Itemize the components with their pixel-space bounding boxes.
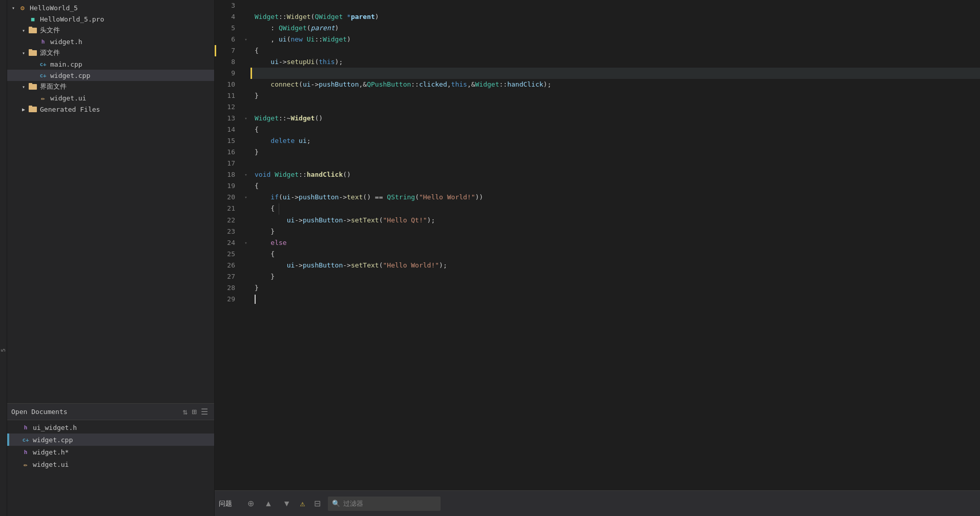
editor-area: 3 4 Widget::Widget(QWidget *parent) 5 (215, 0, 980, 516)
code-line-27: 27 } (215, 271, 980, 282)
tree-icon-sources (28, 49, 38, 57)
code-line-4: 4 Widget::Widget(QWidget *parent) (215, 11, 980, 23)
code-line-3: 3 (215, 0, 980, 11)
tree-icon-generated (28, 105, 38, 114)
status-sort-btn[interactable]: ⊕ (244, 498, 257, 509)
tree-item-root[interactable]: ▾ ⚙ HelloWorld_5 (7, 2, 214, 13)
left-edge-bar: 5 (0, 0, 7, 516)
doc-icon-widget-h: h (20, 449, 31, 456)
status-filter-toggle-btn[interactable]: ⊟ (311, 498, 324, 509)
status-up-btn[interactable]: ▲ (261, 498, 276, 509)
code-line-16: 16 } (215, 147, 980, 158)
doc-icon-widget-ui: ✏ (20, 461, 31, 468)
tree-label-sources: 源文件 (40, 48, 60, 57)
tree-item-sources[interactable]: ▾ 源文件 (7, 47, 214, 58)
tree-icon-main-cpp: c+ (38, 61, 48, 68)
status-bar: 问题 ⊕ ▲ ▼ ⚠ ⊟ 🔍 过滤器 (215, 490, 980, 516)
code-line-18: 18 ▾ void Widget::handClick() (215, 169, 980, 180)
tree-item-main-cpp[interactable]: c+ main.cpp (7, 58, 214, 70)
tree-arrow-forms: ▾ (19, 84, 28, 90)
doc-item-widget-h[interactable]: h widget.h* (7, 446, 214, 458)
code-line-20: 20 ▾ if(ui->pushButton->text() == QStrin… (215, 192, 980, 203)
open-docs-close-btn[interactable]: ☰ (199, 406, 210, 418)
left-edge-number: 5 (0, 348, 7, 352)
open-docs-header: Open Documents ⇅ ⊞ ☰ (7, 404, 214, 420)
svg-rect-7 (29, 106, 32, 108)
doc-label-widget-cpp: widget.cpp (33, 436, 73, 444)
tree-arrow-generated: ▶ (19, 107, 28, 112)
code-line-21: 21 { (215, 203, 980, 215)
tree-label-widget-h: widget.h (50, 38, 82, 46)
code-line-13: 13 ▾ Widget::~Widget() (215, 113, 980, 124)
tree-arrow-sources: ▾ (19, 50, 28, 56)
doc-icon-ui-widget-h: h (20, 424, 31, 431)
open-docs-sort-btn[interactable]: ⇅ (181, 406, 190, 418)
code-line-24: 24 ▾ else (215, 237, 980, 249)
code-line-23: 23 } (215, 226, 980, 237)
code-line-9: 9 (215, 68, 980, 79)
code-line-11: 11 } (215, 90, 980, 101)
tree-icon-root: ⚙ (17, 4, 28, 12)
tree-item-widget-cpp[interactable]: c+ widget.cpp (7, 70, 214, 81)
code-line-14: 14 { (215, 124, 980, 135)
doc-label-widget-h: widget.h* (33, 448, 69, 456)
status-filter-input-wrapper[interactable]: 🔍 过滤器 (328, 497, 441, 511)
tree-label-widget-cpp: widget.cpp (50, 72, 90, 79)
sidebar: ▾ ⚙ HelloWorld_5 ■ HelloWorld_5.pro ▾ (7, 0, 215, 516)
tree-item-widget-ui[interactable]: ✏ widget.ui (7, 92, 214, 104)
tree-icon-widget-ui: ✏ (38, 94, 48, 102)
code-line-19: 19 { (215, 180, 980, 192)
doc-icon-widget-cpp: c+ (20, 437, 31, 443)
code-line-26: 26 ui->pushButton->setText("Hello World!… (215, 260, 980, 271)
code-line-8: 8 ui->setupUi(this); (215, 56, 980, 68)
tree-icon-widget-cpp: c+ (38, 72, 48, 79)
tree-item-pro[interactable]: ■ HelloWorld_5.pro (7, 13, 214, 25)
file-tree: ▾ ⚙ HelloWorld_5 ■ HelloWorld_5.pro ▾ (7, 0, 214, 403)
status-down-btn[interactable]: ▼ (280, 498, 294, 509)
open-docs-split-btn[interactable]: ⊞ (190, 406, 199, 418)
tree-arrow-root: ▾ (9, 5, 17, 11)
svg-rect-1 (29, 27, 32, 29)
tree-item-headers[interactable]: ▾ 头文件 (7, 25, 214, 36)
code-line-5: 5 : QWidget(parent) (215, 23, 980, 34)
tree-label-pro: HelloWorld_5.pro (40, 15, 104, 23)
open-docs-list: h ui_widget.h c+ widget.cpp h widget.h* (7, 420, 214, 516)
tree-label-generated: Generated Files (40, 106, 100, 113)
code-line-7: 7 { (215, 45, 980, 56)
search-icon: 🔍 (332, 500, 340, 507)
tree-item-generated[interactable]: ▶ Generated Files (7, 104, 214, 115)
tree-icon-headers (28, 26, 38, 35)
tree-icon-pro: ■ (28, 16, 38, 23)
open-docs-title: Open Documents (11, 408, 181, 416)
code-line-22: 22 ui->pushButton->setText("Hello Qt!"); (215, 215, 980, 226)
code-line-6: 6 ▾ , ui(new Ui::Widget) (215, 34, 980, 45)
tree-icon-widget-h: h (38, 38, 48, 45)
doc-item-ui-widget-h[interactable]: h ui_widget.h (7, 421, 214, 434)
code-line-17: 17 (215, 158, 980, 169)
status-label: 问题 (219, 499, 232, 508)
doc-label-widget-ui: widget.ui (33, 461, 69, 468)
code-line-29: 29 (215, 294, 980, 305)
code-line-12: 12 (215, 101, 980, 113)
tree-arrow-headers: ▾ (19, 28, 28, 33)
tree-label-widget-ui: widget.ui (50, 94, 86, 102)
doc-item-widget-ui[interactable]: ✏ widget.ui (7, 458, 214, 470)
tree-label-headers: 头文件 (40, 26, 60, 35)
tree-label-forms: 界面文件 (40, 82, 67, 91)
status-warning-icon: ⚠ (300, 499, 305, 508)
tree-item-widget-h[interactable]: h widget.h (7, 36, 214, 47)
tree-label-root: HelloWorld_5 (30, 4, 78, 12)
code-editor[interactable]: 3 4 Widget::Widget(QWidget *parent) 5 (215, 0, 980, 490)
code-line-15: 15 delete ui; (215, 135, 980, 147)
svg-rect-3 (29, 49, 32, 51)
filter-placeholder: 过滤器 (343, 499, 363, 508)
doc-label-ui-widget-h: ui_widget.h (33, 424, 77, 431)
tree-item-forms[interactable]: ▾ 界面文件 (7, 81, 214, 92)
code-line-28: 28 } (215, 282, 980, 294)
open-docs-panel: Open Documents ⇅ ⊞ ☰ h ui_widget.h c (7, 403, 214, 516)
doc-item-widget-cpp[interactable]: c+ widget.cpp (7, 434, 214, 446)
tree-label-main-cpp: main.cpp (50, 60, 82, 68)
code-line-10: 10 connect(ui->pushButton,&QPushButton::… (215, 79, 980, 90)
svg-rect-5 (29, 83, 32, 85)
code-line-25: 25 { (215, 249, 980, 260)
